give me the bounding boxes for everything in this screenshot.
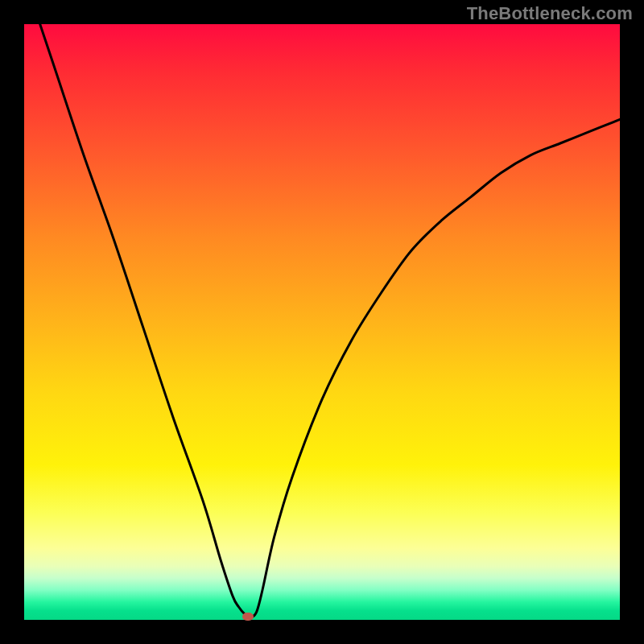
min-marker [242, 613, 254, 621]
plot-area [24, 24, 620, 620]
curve-svg [24, 24, 620, 620]
chart-frame: TheBottleneck.com [0, 0, 644, 644]
watermark-text: TheBottleneck.com [467, 3, 633, 24]
bottleneck-curve [24, 0, 620, 617]
